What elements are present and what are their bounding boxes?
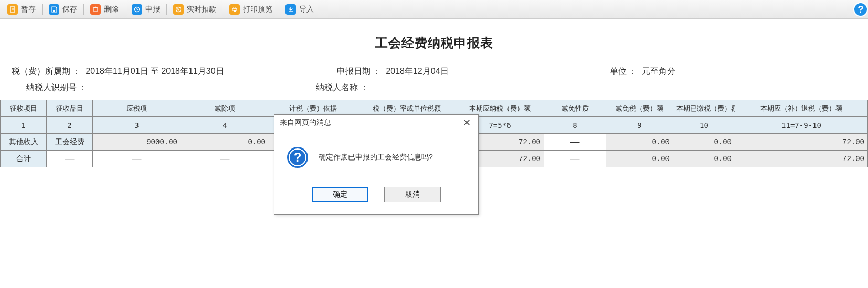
import-icon (285, 4, 296, 15)
period-label: 税（费）所属期 ： (12, 67, 81, 76)
header-c9: 减免税（费）额 (606, 100, 673, 117)
dialog-title: 来自网页的消息 (280, 118, 331, 127)
separator (279, 4, 279, 15)
period-value: 2018年11月01日 至 2018年11月30日 (86, 67, 224, 76)
separator (42, 4, 43, 15)
separator (125, 4, 125, 15)
realtime-deduct-button[interactable]: ¥ 实时扣款 (169, 3, 220, 16)
print-preview-label: 打印预览 (243, 5, 272, 14)
question-icon: ? (287, 147, 308, 168)
cell-r0-c2: 工会经费 (47, 134, 93, 151)
formula-c1: 1 (1, 117, 47, 134)
cell-r0-c1: 其他收入 (1, 134, 47, 151)
formula-c4: 4 (181, 117, 269, 134)
svg-rect-3 (53, 10, 55, 12)
cell-total-c3: — (93, 151, 181, 167)
taxpayer-id-label: 纳税人识别号 ： (26, 83, 87, 92)
cell-total-c4: — (181, 151, 269, 167)
svg-rect-14 (234, 10, 236, 12)
stash-button[interactable]: 暂存 (3, 3, 40, 16)
stash-icon (7, 4, 18, 15)
taxpayer-name-label: 纳税人名称 ： (316, 83, 368, 92)
separator (83, 4, 84, 15)
cell-total-c11: 72.00 (735, 151, 868, 167)
cell-r0-c4[interactable]: 0.00 (181, 134, 269, 151)
delete-button[interactable]: 删除 (86, 3, 123, 16)
header-c1: 征收项目 (1, 100, 47, 117)
realtime-deduct-label: 实时扣款 (187, 5, 216, 14)
formula-c11: 11=7-9-10 (735, 117, 868, 134)
separator (223, 4, 223, 15)
dialog-footer: 确定 取消 (274, 178, 478, 214)
cell-total-c9: 0.00 (606, 151, 673, 167)
cell-r0-c11: 72.00 (735, 134, 868, 151)
meta-row: 税（费）所属期 ： 2018年11月01日 至 2018年11月30日 纳税人识… (0, 57, 868, 100)
svg-rect-4 (94, 8, 97, 12)
ok-button[interactable]: 确定 (312, 187, 368, 202)
toolbar: 暂存 保存 删除 申报 ¥ 实时扣款 打印预览 (0, 0, 868, 19)
formula-c9: 9 (606, 117, 673, 134)
separator (166, 4, 167, 15)
realtime-deduct-icon: ¥ (173, 4, 184, 15)
close-icon[interactable]: ✕ (460, 118, 474, 127)
save-label: 保存 (62, 5, 77, 14)
stash-label: 暂存 (21, 5, 36, 14)
dialog-body: ? 确定作废已申报的工会经费信息吗? (274, 131, 478, 178)
dialog-header: 来自网页的消息 ✕ (274, 115, 478, 131)
cell-total-c1: 合计 (1, 151, 47, 167)
cell-r0-c10[interactable]: 0.00 (673, 134, 735, 151)
formula-c8: 8 (544, 117, 606, 134)
import-button[interactable]: 导入 (281, 3, 318, 16)
declare-date-label: 申报日期 ： (337, 67, 381, 76)
save-button[interactable]: 保存 (45, 3, 81, 16)
page-title: 工会经费纳税申报表 (0, 35, 868, 51)
title-area: 工会经费纳税申报表 (0, 19, 868, 57)
header-c4: 减除项 (181, 100, 269, 117)
header-c3: 应税项 (93, 100, 181, 117)
cell-r0-c8: — (544, 134, 606, 151)
svg-rect-13 (234, 7, 236, 8)
declare-icon (132, 4, 142, 15)
dialog-message: 确定作废已申报的工会经费信息吗? (319, 153, 433, 162)
print-icon (229, 4, 240, 15)
print-preview-button[interactable]: 打印预览 (225, 3, 277, 16)
confirm-dialog: 来自网页的消息 ✕ ? 确定作废已申报的工会经费信息吗? 确定 取消 (274, 114, 479, 215)
cancel-button[interactable]: 取消 (384, 187, 441, 202)
svg-text:¥: ¥ (177, 8, 179, 12)
delete-icon (90, 4, 101, 15)
cell-r0-c3[interactable]: 9000.00 (93, 134, 181, 151)
unit-value: 元至角分 (642, 67, 675, 76)
unit-label: 单位 ： (610, 67, 637, 76)
formula-c3: 3 (93, 117, 181, 134)
formula-c10: 10 (673, 117, 735, 134)
formula-c2: 2 (47, 117, 93, 134)
cell-r0-c9[interactable]: 0.00 (606, 134, 673, 151)
cell-total-c2: — (47, 151, 93, 167)
delete-label: 删除 (104, 5, 119, 14)
cell-total-c8: — (544, 151, 606, 167)
declare-label: 申报 (145, 5, 160, 14)
help-icon[interactable]: ? (853, 2, 868, 17)
cell-total-c10: 0.00 (673, 151, 735, 167)
header-c2: 征收品目 (47, 100, 93, 117)
save-icon (49, 4, 59, 15)
import-label: 导入 (299, 5, 314, 14)
svg-line-9 (137, 9, 138, 10)
header-c11: 本期应（补）退税（费）额 (735, 100, 868, 117)
header-c8: 减免性质 (544, 100, 606, 117)
declare-button[interactable]: 申报 (128, 3, 164, 16)
declare-date-value: 2018年12月04日 (386, 67, 448, 76)
header-c10: 本期已缴税（费）额 (673, 100, 735, 117)
